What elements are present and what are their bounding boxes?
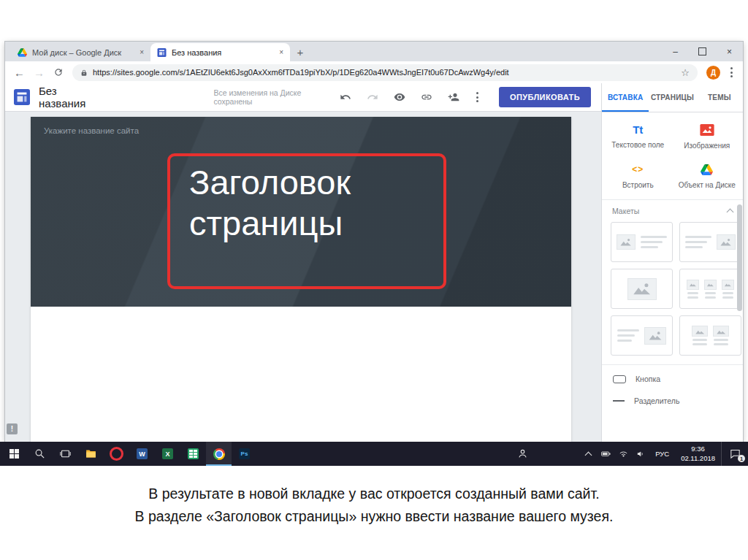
drive-icon bbox=[701, 164, 713, 175]
publish-button[interactable]: ОПУБЛИКОВАТЬ bbox=[499, 87, 591, 107]
caption-line-1: В результате в новой вкладке у вас откро… bbox=[0, 483, 748, 505]
layout-thumbnail-5[interactable] bbox=[611, 315, 673, 356]
taskbar-clock[interactable]: 9:36 02.11.2018 bbox=[675, 442, 721, 466]
collapse-chevron-icon[interactable] bbox=[727, 209, 734, 216]
close-button[interactable]: × bbox=[716, 42, 743, 61]
page-title-text[interactable]: Заголовок страницы bbox=[189, 162, 351, 245]
insert-images[interactable]: Изображения bbox=[673, 124, 742, 150]
panel-tabs: ВСТАВКА СТРАНИЦЫ ТЕМЫ bbox=[602, 83, 743, 112]
taskbar-search-button[interactable] bbox=[27, 442, 53, 466]
layout-thumbnail-2[interactable] bbox=[679, 222, 741, 262]
layout-thumbnail-3[interactable] bbox=[611, 269, 673, 309]
excel-icon: X bbox=[162, 448, 173, 459]
item-label: Разделитель bbox=[634, 396, 679, 405]
insert-label: Изображения bbox=[684, 142, 730, 150]
network-indicator[interactable] bbox=[614, 442, 632, 466]
editor-toolbar-icons bbox=[340, 91, 480, 104]
tray-expand-button[interactable] bbox=[579, 442, 597, 466]
site-page: Укажите название сайта Заголовок страниц… bbox=[31, 117, 571, 442]
wifi-icon bbox=[618, 448, 629, 459]
page-hero-banner[interactable]: Укажите название сайта Заголовок страниц… bbox=[31, 117, 571, 307]
layout-thumbnail-4[interactable] bbox=[679, 269, 741, 309]
bookmark-star-icon[interactable]: ☆ bbox=[681, 67, 690, 78]
button-icon bbox=[613, 375, 626, 383]
photoshop-button[interactable]: Ps bbox=[232, 442, 257, 466]
tab-close-icon[interactable]: × bbox=[140, 48, 144, 56]
site-name-placeholder[interactable]: Укажите название сайта bbox=[44, 126, 139, 135]
google-drive-favicon-icon bbox=[18, 48, 27, 57]
minimize-button[interactable]: – bbox=[662, 42, 689, 61]
item-label: Кнопка bbox=[636, 375, 660, 383]
layout-thumbnail-6[interactable] bbox=[679, 315, 741, 356]
windows-logo-icon bbox=[9, 449, 19, 459]
browser-tab-sites[interactable]: Без названия × bbox=[150, 43, 290, 61]
editor-canvas: Укажите название сайта Заголовок страниц… bbox=[5, 112, 601, 442]
site-title[interactable]: Без названия bbox=[39, 85, 105, 110]
image-placeholder-icon bbox=[722, 280, 734, 290]
browser-tab-drive[interactable]: Мой диск – Google Диск × bbox=[11, 43, 150, 61]
profile-avatar[interactable]: Д bbox=[706, 66, 720, 80]
chrome-button[interactable] bbox=[206, 442, 232, 466]
google-sites-logo-icon bbox=[14, 89, 30, 105]
forward-button[interactable]: → bbox=[34, 67, 45, 78]
page-title-line1: Заголовок bbox=[189, 162, 351, 203]
folder-icon bbox=[85, 448, 97, 460]
insert-drive-object[interactable]: Объект на Диске bbox=[673, 164, 742, 189]
address-bar[interactable]: https://sites.google.com/s/1AEtZIU6ekt6J… bbox=[72, 64, 698, 81]
maximize-button[interactable] bbox=[689, 42, 716, 61]
editor-more-menu-icon[interactable] bbox=[475, 91, 480, 104]
volume-indicator[interactable] bbox=[632, 442, 649, 466]
insert-button-item[interactable]: Кнопка bbox=[602, 368, 743, 390]
insert-divider-item[interactable]: Разделитель bbox=[602, 390, 743, 412]
insert-embed[interactable]: <> Встроить bbox=[603, 164, 673, 189]
battery-indicator[interactable] bbox=[597, 442, 614, 466]
tab-strip: Мой диск – Google Диск × Без названия × … bbox=[5, 42, 743, 61]
tab-close-icon[interactable]: × bbox=[279, 48, 283, 56]
reload-button[interactable] bbox=[53, 67, 64, 77]
layouts-title: Макеты bbox=[612, 207, 639, 215]
tab-themes[interactable]: ТЕМЫ bbox=[696, 83, 743, 112]
slide-caption: В результате в новой вкладке у вас откро… bbox=[0, 483, 748, 528]
lock-icon bbox=[80, 69, 88, 77]
browser-menu-icon[interactable] bbox=[729, 66, 734, 79]
caption-line-2: В разделе «Заголовок страницы» нужно вве… bbox=[0, 505, 748, 528]
copy-link-icon[interactable] bbox=[421, 91, 432, 103]
maximize-icon bbox=[698, 47, 706, 55]
tab-pages[interactable]: СТРАНИЦЫ bbox=[649, 83, 695, 112]
insert-text-box[interactable]: Tt Текстовое поле bbox=[603, 124, 673, 150]
panel-scrollbar[interactable] bbox=[737, 204, 742, 311]
start-button[interactable] bbox=[1, 442, 27, 466]
layout-thumbnail-1[interactable] bbox=[611, 222, 673, 262]
language-indicator[interactable]: РУС bbox=[649, 442, 675, 466]
clock-time: 9:36 bbox=[691, 445, 705, 453]
opera-icon bbox=[110, 447, 123, 461]
layout-presets bbox=[602, 219, 743, 364]
task-view-icon bbox=[59, 448, 72, 460]
action-center-button[interactable]: 1 bbox=[721, 442, 748, 466]
save-status: Все изменения на Диске сохранены bbox=[213, 88, 340, 106]
undo-icon[interactable] bbox=[340, 91, 351, 103]
redo-icon[interactable] bbox=[367, 91, 378, 103]
opera-button[interactable] bbox=[104, 442, 129, 466]
table-grid-icon bbox=[188, 448, 199, 459]
excel-button[interactable]: X bbox=[155, 442, 180, 466]
new-tab-button[interactable]: + bbox=[290, 43, 310, 61]
insert-label: Текстовое поле bbox=[611, 141, 664, 149]
insert-panel: ВСТАВКА СТРАНИЦЫ ТЕМЫ Tt Текстовое поле … bbox=[601, 83, 743, 442]
image-placeholder-icon bbox=[713, 326, 729, 337]
notification-hint-icon[interactable]: ! bbox=[7, 423, 18, 434]
tab-title: Без названия bbox=[172, 48, 274, 57]
task-view-button[interactable] bbox=[53, 442, 78, 466]
file-explorer-button[interactable] bbox=[78, 442, 104, 466]
back-button[interactable]: ← bbox=[14, 67, 25, 78]
browser-window: Мой диск – Google Диск × Без названия × … bbox=[5, 42, 743, 442]
share-add-person-icon[interactable] bbox=[448, 91, 459, 103]
word-icon: W bbox=[137, 448, 148, 459]
chevron-up-icon bbox=[584, 451, 592, 459]
spreadsheet-app-button[interactable] bbox=[180, 442, 206, 466]
preview-eye-icon[interactable] bbox=[394, 91, 405, 103]
image-placeholder-icon bbox=[644, 327, 666, 345]
word-button[interactable]: W bbox=[129, 442, 155, 466]
people-button[interactable] bbox=[510, 442, 535, 466]
tab-insert[interactable]: ВСТАВКА bbox=[602, 83, 649, 112]
